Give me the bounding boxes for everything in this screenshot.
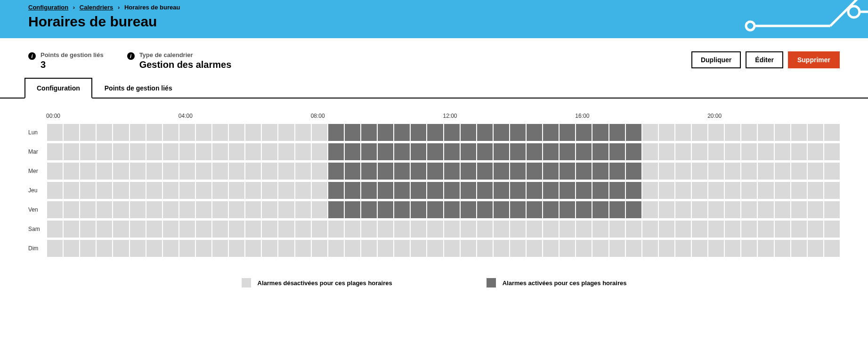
schedule-cell[interactable] bbox=[229, 163, 244, 180]
schedule-cell[interactable] bbox=[47, 124, 63, 141]
schedule-cell[interactable] bbox=[361, 182, 377, 199]
schedule-cell[interactable] bbox=[328, 201, 344, 218]
schedule-cell[interactable] bbox=[196, 182, 211, 199]
schedule-cell[interactable] bbox=[179, 201, 195, 218]
schedule-cell[interactable] bbox=[560, 124, 575, 141]
schedule-cell[interactable] bbox=[64, 201, 79, 218]
schedule-cell[interactable] bbox=[47, 221, 63, 238]
schedule-cell[interactable] bbox=[444, 143, 460, 160]
schedule-cell[interactable] bbox=[378, 143, 393, 160]
schedule-cell[interactable] bbox=[527, 182, 542, 199]
schedule-cell[interactable] bbox=[345, 143, 360, 160]
schedule-cell[interactable] bbox=[461, 182, 476, 199]
schedule-cell[interactable] bbox=[626, 143, 641, 160]
schedule-cell[interactable] bbox=[708, 240, 724, 257]
schedule-cell[interactable] bbox=[675, 201, 691, 218]
schedule-cell[interactable] bbox=[130, 201, 146, 218]
schedule-cell[interactable] bbox=[64, 143, 79, 160]
schedule-cell[interactable] bbox=[609, 124, 625, 141]
schedule-cell[interactable] bbox=[775, 163, 790, 180]
schedule-cell[interactable] bbox=[444, 221, 460, 238]
schedule-cell[interactable] bbox=[146, 163, 162, 180]
schedule-cell[interactable] bbox=[741, 124, 757, 141]
schedule-cell[interactable] bbox=[824, 221, 840, 238]
schedule-cell[interactable] bbox=[626, 163, 641, 180]
schedule-cell[interactable] bbox=[130, 240, 146, 257]
schedule-cell[interactable] bbox=[461, 124, 476, 141]
schedule-cell[interactable] bbox=[262, 143, 277, 160]
schedule-cell[interactable] bbox=[791, 143, 807, 160]
schedule-cell[interactable] bbox=[97, 143, 112, 160]
schedule-cell[interactable] bbox=[741, 221, 757, 238]
schedule-cell[interactable] bbox=[758, 163, 773, 180]
schedule-cell[interactable] bbox=[278, 201, 294, 218]
schedule-cell[interactable] bbox=[725, 143, 740, 160]
schedule-cell[interactable] bbox=[461, 201, 476, 218]
schedule-cell[interactable] bbox=[692, 182, 707, 199]
schedule-cell[interactable] bbox=[527, 221, 542, 238]
schedule-cell[interactable] bbox=[824, 124, 840, 141]
schedule-cell[interactable] bbox=[560, 201, 575, 218]
schedule-cell[interactable] bbox=[576, 163, 592, 180]
schedule-cell[interactable] bbox=[510, 143, 526, 160]
schedule-cell[interactable] bbox=[97, 240, 112, 257]
schedule-cell[interactable] bbox=[64, 124, 79, 141]
schedule-cell[interactable] bbox=[345, 163, 360, 180]
schedule-cell[interactable] bbox=[427, 143, 443, 160]
schedule-cell[interactable] bbox=[163, 240, 178, 257]
delete-button[interactable]: Supprimer bbox=[788, 51, 840, 68]
schedule-cell[interactable] bbox=[461, 163, 476, 180]
schedule-cell[interactable] bbox=[510, 163, 526, 180]
schedule-cell[interactable] bbox=[146, 143, 162, 160]
schedule-cell[interactable] bbox=[592, 201, 608, 218]
schedule-cell[interactable] bbox=[262, 201, 277, 218]
schedule-cell[interactable] bbox=[411, 124, 426, 141]
schedule-cell[interactable] bbox=[527, 163, 542, 180]
schedule-cell[interactable] bbox=[262, 182, 277, 199]
schedule-cell[interactable] bbox=[262, 163, 277, 180]
schedule-cell[interactable] bbox=[444, 124, 460, 141]
schedule-cell[interactable] bbox=[394, 163, 410, 180]
schedule-cell[interactable] bbox=[775, 240, 790, 257]
schedule-cell[interactable] bbox=[47, 240, 63, 257]
schedule-cell[interactable] bbox=[692, 124, 707, 141]
schedule-cell[interactable] bbox=[510, 240, 526, 257]
schedule-cell[interactable] bbox=[494, 124, 509, 141]
schedule-cell[interactable] bbox=[47, 143, 63, 160]
edit-button[interactable]: Éditer bbox=[746, 51, 783, 68]
schedule-cell[interactable] bbox=[725, 240, 740, 257]
schedule-cell[interactable] bbox=[461, 240, 476, 257]
schedule-cell[interactable] bbox=[725, 163, 740, 180]
schedule-cell[interactable] bbox=[47, 163, 63, 180]
schedule-cell[interactable] bbox=[245, 240, 261, 257]
schedule-cell[interactable] bbox=[163, 163, 178, 180]
schedule-cell[interactable] bbox=[824, 143, 840, 160]
schedule-cell[interactable] bbox=[427, 201, 443, 218]
schedule-cell[interactable] bbox=[262, 124, 277, 141]
schedule-cell[interactable] bbox=[527, 143, 542, 160]
schedule-cell[interactable] bbox=[576, 143, 592, 160]
schedule-cell[interactable] bbox=[692, 143, 707, 160]
breadcrumb-link-configuration[interactable]: Configuration bbox=[28, 4, 68, 11]
schedule-cell[interactable] bbox=[312, 143, 327, 160]
schedule-cell[interactable] bbox=[212, 201, 228, 218]
schedule-cell[interactable] bbox=[824, 240, 840, 257]
schedule-cell[interactable] bbox=[659, 143, 674, 160]
schedule-cell[interactable] bbox=[626, 124, 641, 141]
schedule-cell[interactable] bbox=[692, 221, 707, 238]
schedule-cell[interactable] bbox=[675, 143, 691, 160]
schedule-cell[interactable] bbox=[212, 240, 228, 257]
schedule-cell[interactable] bbox=[477, 124, 493, 141]
schedule-cell[interactable] bbox=[328, 163, 344, 180]
schedule-cell[interactable] bbox=[97, 182, 112, 199]
schedule-cell[interactable] bbox=[808, 221, 823, 238]
schedule-cell[interactable] bbox=[775, 124, 790, 141]
schedule-cell[interactable] bbox=[758, 240, 773, 257]
schedule-cell[interactable] bbox=[808, 143, 823, 160]
schedule-cell[interactable] bbox=[444, 163, 460, 180]
schedule-cell[interactable] bbox=[179, 221, 195, 238]
schedule-cell[interactable] bbox=[609, 182, 625, 199]
schedule-cell[interactable] bbox=[675, 163, 691, 180]
schedule-cell[interactable] bbox=[163, 221, 178, 238]
schedule-cell[interactable] bbox=[708, 221, 724, 238]
